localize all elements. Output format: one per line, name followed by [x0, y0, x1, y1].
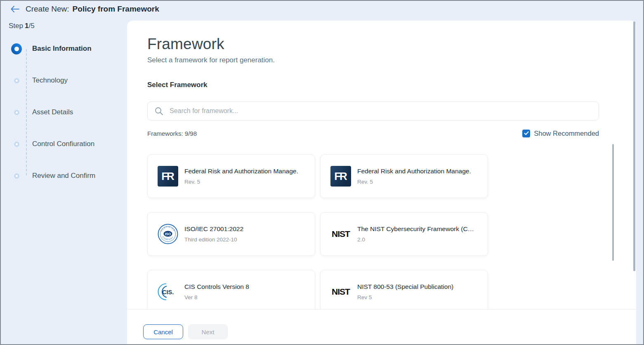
- show-recommended-toggle[interactable]: Show Recommended: [522, 130, 599, 137]
- wizard-stepper: Basic InformationTechnologyAsset Details…: [11, 43, 123, 201]
- framework-card-title: CIS Controls Version 8: [184, 283, 249, 291]
- page-title: Create New:Policy from Framework: [26, 5, 159, 14]
- framework-card[interactable]: ISOCERTIFIEDCOMPANYISO/IEC 27001:2022Thi…: [147, 212, 315, 256]
- arrow-left-icon: [10, 5, 20, 13]
- framework-card-version: 2.0: [357, 236, 474, 243]
- step-circle-icon: [14, 78, 19, 83]
- page-title-name: Policy from Framework: [73, 5, 159, 13]
- search-icon: [154, 106, 163, 116]
- step-label: Basic Information: [22, 45, 92, 53]
- stepper-step-review-and-confirm[interactable]: Review and Confirm: [11, 170, 123, 182]
- page-title-prefix: Create New:: [26, 5, 69, 13]
- page-header: Create New:Policy from Framework: [10, 5, 159, 14]
- cancel-button[interactable]: Cancel: [143, 324, 183, 339]
- framework-card-title: ISO/IEC 27001:2022: [184, 225, 243, 233]
- step-word: Step: [9, 22, 23, 30]
- step-label: Review and Confirm: [22, 172, 95, 180]
- framework-search-box[interactable]: [147, 102, 599, 121]
- framework-card-version: Rev. 5: [357, 179, 471, 185]
- svg-text:CIS.: CIS.: [162, 289, 174, 295]
- panel-subtitle: Select a framework for report generation…: [147, 56, 275, 64]
- show-recommended-label: Show Recommended: [534, 130, 599, 137]
- framework-card[interactable]: FRFederal Risk and Authorization Manage.…: [320, 154, 488, 198]
- framework-card-title: Federal Risk and Authorization Manage.: [184, 168, 298, 175]
- framework-card-version: Third edition 2022-10: [184, 236, 243, 243]
- framework-card-version: Ver 8: [184, 294, 249, 300]
- framework-card[interactable]: NISTNIST 800-53 (Special Publication)Rev…: [320, 270, 488, 314]
- stepper-step-control-confiuration[interactable]: Control Confiuration: [11, 138, 123, 150]
- framework-grid: FRFederal Risk and Authorization Manage.…: [147, 154, 488, 314]
- step-circle-icon: [14, 110, 19, 115]
- panel-title: Framework: [147, 35, 224, 53]
- fedramp-logo: FR: [330, 166, 351, 187]
- step-circle-icon: [14, 142, 19, 147]
- step-label: Technology: [22, 76, 68, 85]
- svg-text:ISO: ISO: [165, 232, 171, 236]
- select-framework-label: Select Framework: [147, 81, 208, 89]
- framework-card[interactable]: NISTThe NIST Cybersecurity Framework (C……: [320, 212, 488, 256]
- show-recommended-checkbox[interactable]: [522, 130, 530, 137]
- nist-logo: NIST: [330, 281, 351, 302]
- framework-card[interactable]: FRFederal Risk and Authorization Manage.…: [147, 154, 315, 198]
- search-input[interactable]: [169, 107, 592, 115]
- step-label: Control Confiuration: [22, 140, 94, 148]
- step-label: Asset Details: [22, 108, 73, 116]
- next-button[interactable]: Next: [188, 324, 228, 339]
- step-indicator: Step1/5: [9, 22, 35, 30]
- framework-card-title: Federal Risk and Authorization Manage.: [357, 168, 471, 175]
- list-meta-row: Frameworks: 9/98 Show Recommended: [147, 129, 599, 138]
- step-circle-icon: [14, 173, 19, 179]
- stepper-step-asset-details[interactable]: Asset Details: [11, 106, 123, 118]
- content-panel: Framework Select a framework for report …: [127, 21, 636, 344]
- step-total: /5: [28, 22, 34, 30]
- back-button[interactable]: [10, 5, 20, 13]
- panel-scrollbar-thumb[interactable]: [633, 21, 635, 271]
- fedramp-logo: FR: [158, 166, 178, 187]
- framework-card-version: Rev. 5: [184, 179, 298, 185]
- policy-wizard-window: Create New:Policy from Framework Step1/5…: [0, 0, 644, 345]
- stepper-step-basic-information[interactable]: Basic Information: [11, 43, 123, 55]
- step-circle-icon: [11, 43, 22, 54]
- checkmark-icon: [524, 131, 529, 135]
- framework-card[interactable]: CIS.CIS Controls Version 8Ver 8: [147, 270, 315, 314]
- frameworks-count: Frameworks: 9/98: [147, 130, 197, 137]
- list-scrollbar-thumb[interactable]: [612, 144, 614, 261]
- framework-card-title: The NIST Cybersecurity Framework (C…: [357, 225, 474, 233]
- nist-logo: NIST: [330, 224, 351, 244]
- wizard-footer: Cancel Next: [127, 309, 636, 344]
- framework-card-title: NIST 800-53 (Special Publication): [357, 283, 453, 291]
- stepper-step-technology[interactable]: Technology: [11, 74, 123, 87]
- iso-certified-logo: ISOCERTIFIEDCOMPANY: [158, 224, 178, 244]
- cis-logo: CIS.: [158, 281, 178, 302]
- framework-card-version: Rev 5: [357, 294, 453, 300]
